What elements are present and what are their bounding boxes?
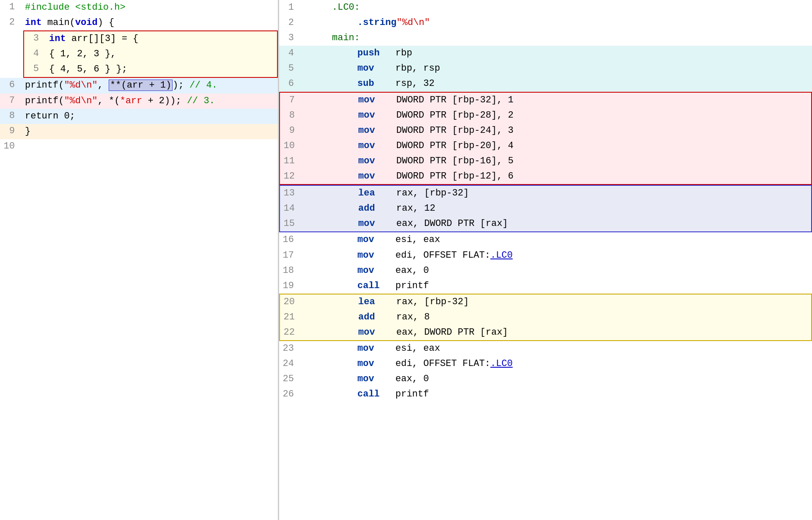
asm-op-23: mov xyxy=(357,341,395,356)
asm-line-25: 25 mov eax, 0 xyxy=(279,371,812,387)
asm-line-3: 3 main: xyxy=(279,30,812,46)
asm-num-18: 18 xyxy=(279,264,302,278)
asm-op-15: mov xyxy=(358,217,396,231)
asm-operands-18: eax, 0 xyxy=(395,264,429,278)
asm-line-9: 9 mov DWORD PTR [rbp-24], 3 xyxy=(280,123,811,138)
asm-num-15: 15 xyxy=(280,217,303,231)
asm-operands-17: edi, OFFSET FLAT:.LC0 xyxy=(395,248,513,263)
asm-num-7: 7 xyxy=(280,93,303,107)
asm-line-1: 1 .LC0: xyxy=(279,0,812,15)
asm-num-12: 12 xyxy=(280,169,303,184)
asm-line-5: 5 mov rbp, rsp xyxy=(279,61,812,76)
asm-line-21: 21 add rax, 8 xyxy=(280,310,811,325)
asm-num-13: 13 xyxy=(280,186,303,201)
asm-line-26: 26 call printf xyxy=(279,387,812,402)
asm-operands-20: rax, [rbp-32] xyxy=(396,295,469,309)
asm-num-6: 6 xyxy=(279,77,302,91)
asm-yellow-group: 20 lea rax, [rbp-32] 21 add rax, 8 22 mo… xyxy=(279,294,812,341)
asm-operands-14: rax, 12 xyxy=(396,201,435,216)
right-panel: 1 .LC0: 2 .string "%d\n" 3 main: 4 push … xyxy=(279,0,812,520)
asm-op-8: mov xyxy=(358,108,396,123)
line-num-1: 1 xyxy=(0,0,23,15)
asm-blue-group: 13 lea rax, [rbp-32] 14 add rax, 12 15 m… xyxy=(279,185,812,232)
code-line-1: 1 #include <stdio.h> xyxy=(0,0,278,15)
line-num-10: 10 xyxy=(0,139,23,154)
asm-num-20: 20 xyxy=(280,295,303,309)
asm-label-3: main: xyxy=(332,31,360,45)
asm-op-22: mov xyxy=(358,325,396,340)
asm-num-14: 14 xyxy=(280,201,303,216)
asm-num-23: 23 xyxy=(279,341,302,356)
asm-operands-26: printf xyxy=(395,387,429,402)
asm-op-21: add xyxy=(358,310,396,325)
asm-num-4: 4 xyxy=(279,46,302,61)
asm-line-7: 7 mov DWORD PTR [rbp-32], 1 xyxy=(280,93,811,108)
asm-line-14: 14 add rax, 12 xyxy=(280,201,811,216)
asm-op-17: mov xyxy=(357,248,395,263)
asm-line-15: 15 mov eax, DWORD PTR [rax] xyxy=(280,216,811,231)
asm-line-17: 17 mov edi, OFFSET FLAT:.LC0 xyxy=(279,248,812,263)
asm-operands-23: esi, eax xyxy=(395,341,440,356)
asm-operands-5: rbp, rsp xyxy=(395,61,440,76)
code-content-8: return 0; xyxy=(23,109,278,124)
asm-line-12: 12 mov DWORD PTR [rbp-12], 6 xyxy=(280,169,811,184)
asm-plain-group-2: 23 mov esi, eax 24 mov edi, OFFSET FLAT:… xyxy=(279,341,812,402)
asm-operands-12: DWORD PTR [rbp-12], 6 xyxy=(396,169,513,184)
asm-op-2: .string xyxy=(357,16,396,30)
asm-num-19: 19 xyxy=(279,279,302,293)
asm-operands-10: DWORD PTR [rbp-20], 4 xyxy=(396,139,513,153)
asm-line-23: 23 mov esi, eax xyxy=(279,341,812,356)
asm-operands-8: DWORD PTR [rbp-28], 2 xyxy=(396,108,513,123)
code-content-1: #include <stdio.h> xyxy=(23,0,278,15)
asm-line-22: 22 mov eax, DWORD PTR [rax] xyxy=(280,325,811,340)
asm-operands-6: rsp, 32 xyxy=(395,77,434,91)
line-num-7: 7 xyxy=(0,94,23,109)
code-line-6: 6 printf("%d\n", **(arr + 1)); // 4. xyxy=(0,78,278,93)
teal-group: 4 push rbp 5 mov rbp, rsp 6 sub rsp, 32 xyxy=(279,46,812,91)
asm-line-19: 19 call printf xyxy=(279,278,812,294)
asm-num-1: 1 xyxy=(279,0,302,15)
line-num-6: 6 xyxy=(0,78,23,93)
asm-op-10: mov xyxy=(358,139,396,153)
asm-num-25: 25 xyxy=(279,372,302,386)
asm-red-group: 7 mov DWORD PTR [rbp-32], 1 8 mov DWORD … xyxy=(279,92,812,185)
code-content-2: int main(void) { xyxy=(23,15,278,30)
asm-operands-15: eax, DWORD PTR [rax] xyxy=(396,217,508,231)
asm-num-5: 5 xyxy=(279,61,302,76)
asm-op-16: mov xyxy=(357,233,395,247)
left-panel: 1 #include <stdio.h> 2 int main(void) { … xyxy=(0,0,279,520)
asm-operands-19: printf xyxy=(395,279,429,293)
code-content-5: { 4, 5, 6 } }; xyxy=(47,62,277,77)
asm-num-26: 26 xyxy=(279,387,302,402)
asm-op-14: add xyxy=(358,201,396,216)
asm-operands-11: DWORD PTR [rbp-16], 5 xyxy=(396,154,513,168)
asm-num-9: 9 xyxy=(280,124,303,138)
code-line-5: 5 { 4, 5, 6 } }; xyxy=(24,62,277,77)
asm-op-26: call xyxy=(357,387,395,402)
asm-operands-22: eax, DWORD PTR [rax] xyxy=(396,325,508,340)
asm-operands-24: edi, OFFSET FLAT:.LC0 xyxy=(395,357,513,371)
asm-line-24: 24 mov edi, OFFSET FLAT:.LC0 xyxy=(279,356,812,371)
asm-num-21: 21 xyxy=(280,310,303,325)
asm-line-18: 18 mov eax, 0 xyxy=(279,263,812,278)
code-line-10: 10 xyxy=(0,139,278,154)
asm-line-20: 20 lea rax, [rbp-32] xyxy=(280,294,811,310)
asm-line-11: 11 mov DWORD PTR [rbp-16], 5 xyxy=(280,154,811,169)
asm-op-9: mov xyxy=(358,124,396,138)
code-line-8: 8 return 0; xyxy=(0,109,278,124)
asm-line-4: 4 push rbp xyxy=(279,46,812,61)
asm-line-8: 8 mov DWORD PTR [rbp-28], 2 xyxy=(280,108,811,123)
asm-op-12: mov xyxy=(358,169,396,184)
code-line-4: 4 { 1, 2, 3 }, xyxy=(24,47,277,62)
asm-op-11: mov xyxy=(358,154,396,168)
line-num-9: 9 xyxy=(0,124,23,139)
code-content-7: printf("%d\n", *(*arr + 2)); // 3. xyxy=(23,94,278,109)
asm-num-11: 11 xyxy=(280,154,303,168)
asm-num-17: 17 xyxy=(279,248,302,263)
asm-op-13: lea xyxy=(358,186,396,201)
asm-num-3: 3 xyxy=(279,31,302,45)
asm-num-16: 16 xyxy=(279,233,302,247)
asm-op-4: push xyxy=(357,46,395,61)
asm-op-20: lea xyxy=(358,295,396,309)
line-num-2: 2 xyxy=(0,15,23,30)
